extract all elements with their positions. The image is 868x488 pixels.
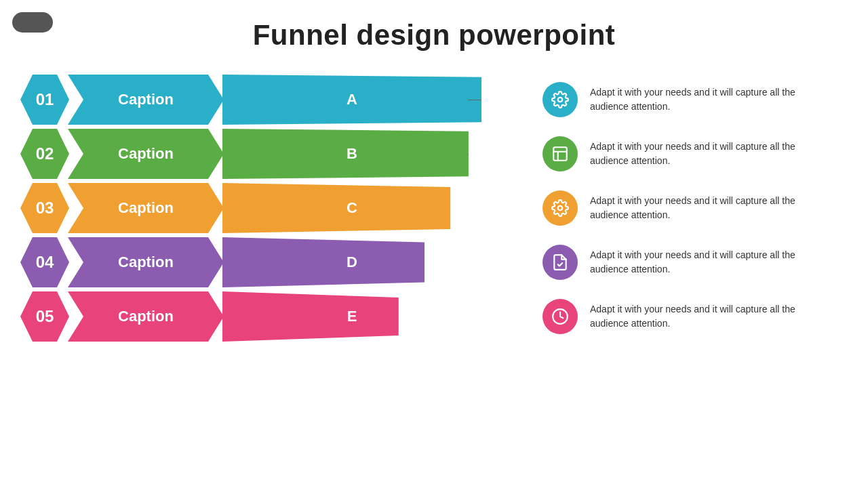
info-text-1: Adapt it with your needs and it will cap… [590, 85, 834, 114]
funnel-trap-4: D [222, 237, 481, 287]
info-item: Adapt it with your needs and it will cap… [542, 129, 854, 179]
caption-arrow-4: Caption [68, 237, 224, 287]
decorative-pill [12, 12, 53, 33]
caption-arrow-5: Caption [68, 291, 224, 342]
number-badge-3: 03 [20, 183, 69, 233]
funnel-row: 03 Caption C [20, 183, 481, 233]
funnel-row: 04 Caption D [20, 237, 481, 287]
funnel-row: 05 Caption E [20, 291, 481, 342]
funnel-trap-3: C [222, 183, 481, 233]
icon-circle-4 [542, 245, 578, 280]
caption-arrow-2: Caption [68, 129, 224, 179]
number-badge-2: 02 [20, 129, 69, 179]
info-item: Adapt it with your needs and it will cap… [542, 183, 854, 233]
svg-rect-1 [553, 147, 567, 161]
info-text-5: Adapt it with your needs and it will cap… [590, 302, 834, 331]
number-badge-4: 04 [20, 237, 69, 287]
number-badge-1: 01 [20, 75, 69, 125]
svg-point-2 [558, 206, 563, 211]
page-title: Funnel design powerpoint [0, 0, 868, 52]
caption-arrow-3: Caption [68, 183, 224, 233]
caption-arrow-1: Caption [68, 75, 224, 125]
funnel-row: 02 Caption B [20, 129, 481, 179]
info-item: Adapt it with your needs and it will cap… [542, 237, 854, 287]
funnel-row: 01 Caption A [20, 75, 481, 125]
info-item: Adapt it with your needs and it will cap… [542, 75, 854, 125]
number-badge-5: 05 [20, 291, 69, 342]
funnel-container: 01 Caption A 02 Caption B 03 Caption C [20, 75, 481, 342]
info-panel: Adapt it with your needs and it will cap… [542, 75, 854, 342]
icon-circle-2 [542, 136, 578, 171]
icon-circle-1 [542, 82, 578, 117]
info-item: Adapt it with your needs and it will cap… [542, 291, 854, 342]
funnel-trap-2: B [222, 129, 481, 179]
icon-circle-5 [542, 299, 578, 334]
svg-point-0 [558, 98, 563, 102]
info-text-4: Adapt it with your needs and it will cap… [590, 248, 834, 277]
funnel-trap-1: A [222, 75, 481, 125]
info-text-3: Adapt it with your needs and it will cap… [590, 194, 834, 222]
funnel-trap-5: E [222, 291, 481, 342]
info-text-2: Adapt it with your needs and it will cap… [590, 140, 834, 168]
icon-circle-3 [542, 190, 578, 226]
